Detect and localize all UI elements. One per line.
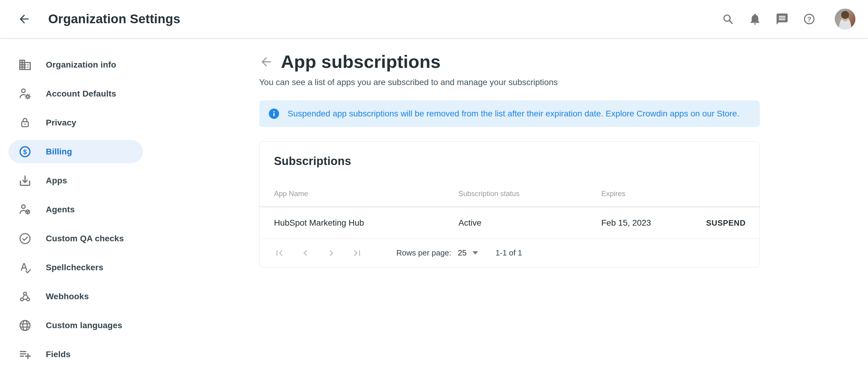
- sidebar-item-label: Custom QA checks: [46, 234, 124, 244]
- cell-action: SUSPEND: [678, 216, 747, 231]
- sidebar-item-label: Spellcheckers: [46, 263, 103, 273]
- back-icon[interactable]: [17, 12, 31, 26]
- sidebar-item-fields[interactable]: Fields: [8, 343, 143, 366]
- banner-text: Suspended app subscriptions will be remo…: [287, 109, 739, 118]
- table-row: HubSpot Marketing Hub Active Feb 15, 202…: [259, 207, 760, 238]
- playlist-add-icon: [18, 347, 32, 361]
- settings-sidebar: Organization info Account Defaults Priva…: [0, 38, 259, 368]
- sidebar-item-organization-info[interactable]: Organization info: [8, 53, 143, 76]
- rows-per-page-label: Rows per page:: [396, 248, 451, 258]
- sidebar-item-apps[interactable]: Apps: [8, 169, 143, 192]
- webhook-icon: [18, 289, 32, 304]
- sidebar-item-label: Fields: [46, 349, 70, 359]
- info-banner: Suspended app subscriptions will be remo…: [259, 101, 760, 127]
- info-icon: [269, 109, 279, 119]
- cell-expires: Feb 15, 2023: [601, 218, 678, 228]
- sidebar-item-label: Webhooks: [46, 292, 89, 301]
- sidebar-item-label: Privacy: [46, 118, 76, 128]
- topbar-actions: ?: [721, 8, 856, 30]
- sidebar-item-label: Apps: [46, 176, 67, 186]
- sidebar-item-label: Custom languages: [46, 321, 122, 330]
- table-pagination: Rows per page: 25 1-1 of 1: [259, 238, 760, 267]
- globe-icon: [18, 318, 32, 332]
- building-icon: [18, 58, 32, 72]
- main-content: App subscriptions You can see a list of …: [259, 38, 760, 267]
- svg-text:?: ?: [807, 15, 811, 23]
- pagination-range: 1-1 of 1: [495, 248, 522, 258]
- topbar: Organization Settings ?: [0, 0, 868, 38]
- chat-icon[interactable]: [775, 12, 789, 26]
- svg-text:$: $: [23, 148, 27, 155]
- subscriptions-card: Subscriptions App Name Subscription stat…: [259, 141, 760, 267]
- chevron-down-icon: [472, 251, 478, 255]
- page-title: App subscriptions: [281, 51, 441, 72]
- avatar[interactable]: [834, 8, 856, 30]
- page-body: Organization info Account Defaults Priva…: [0, 38, 868, 368]
- cell-app-name: HubSpot Marketing Hub: [274, 218, 458, 228]
- person-cube-icon: [18, 203, 32, 217]
- sidebar-item-agents[interactable]: Agents: [8, 198, 143, 221]
- notifications-bell-icon[interactable]: [748, 12, 762, 26]
- sidebar-item-account-defaults[interactable]: Account Defaults: [8, 82, 143, 105]
- download-icon: [18, 174, 32, 188]
- spellcheck-icon: [18, 261, 32, 275]
- cell-subscription-status: Active: [458, 218, 601, 228]
- rows-per-page-select[interactable]: 25: [458, 248, 478, 258]
- dollar-circle-icon: $: [18, 145, 32, 159]
- sidebar-item-custom-languages[interactable]: Custom languages: [8, 314, 143, 337]
- previous-page-icon[interactable]: [299, 247, 311, 259]
- sidebar-item-billing[interactable]: $ Billing: [8, 140, 143, 163]
- column-header-expires: Expires: [601, 190, 678, 198]
- sidebar-item-label: Account Defaults: [46, 89, 116, 98]
- app-title: Organization Settings: [48, 12, 180, 26]
- page-subtitle: You can see a list of apps you are subsc…: [259, 78, 760, 87]
- next-page-icon[interactable]: [325, 247, 337, 259]
- card-title: Subscriptions: [274, 155, 745, 168]
- first-page-icon[interactable]: [273, 247, 285, 259]
- search-icon[interactable]: [721, 12, 735, 26]
- sidebar-item-label: Organization info: [46, 60, 116, 70]
- sidebar-item-custom-qa-checks[interactable]: Custom QA checks: [8, 227, 143, 250]
- table-header-row: App Name Subscription status Expires: [259, 190, 760, 198]
- check-circle-icon: [18, 232, 32, 246]
- sidebar-item-privacy[interactable]: Privacy: [8, 111, 143, 134]
- page-back-icon[interactable]: [259, 55, 273, 69]
- sidebar-item-spellcheckers[interactable]: Spellcheckers: [8, 256, 143, 279]
- column-header-app-name: App Name: [274, 190, 458, 198]
- sidebar-item-label: Billing: [46, 147, 72, 157]
- suspend-button[interactable]: SUSPEND: [704, 216, 747, 231]
- rows-per-page-value: 25: [458, 248, 467, 258]
- column-header-subscription-status: Subscription status: [458, 190, 601, 198]
- sidebar-item-webhooks[interactable]: Webhooks: [8, 285, 143, 308]
- last-page-icon[interactable]: [351, 247, 363, 259]
- sidebar-item-label: Agents: [46, 205, 75, 215]
- help-icon[interactable]: ?: [802, 12, 816, 26]
- page-header: App subscriptions: [259, 51, 760, 72]
- person-gear-icon: [18, 87, 32, 101]
- lock-icon: [18, 116, 32, 130]
